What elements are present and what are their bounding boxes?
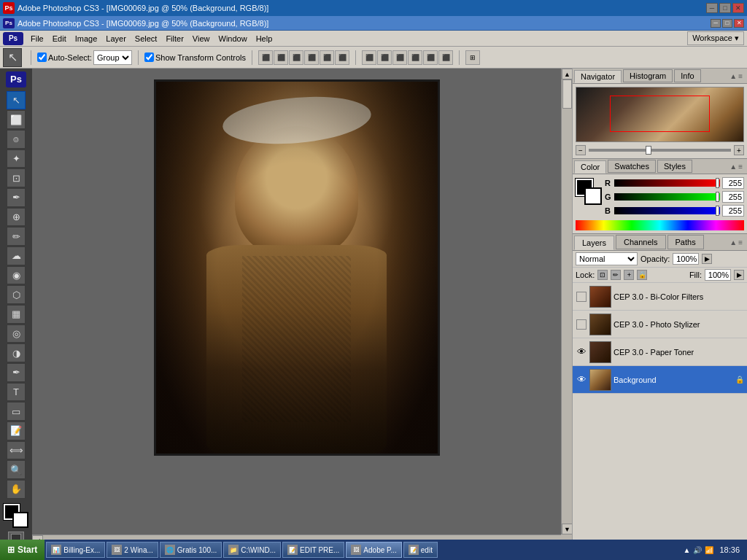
tool-clone[interactable]: ☁ bbox=[7, 246, 26, 265]
color-menu-btn[interactable]: ≡ bbox=[738, 163, 743, 171]
scroll-thumb-v[interactable] bbox=[562, 79, 572, 109]
align-bottom-btn[interactable]: ⬛ bbox=[335, 50, 349, 65]
r-slider-track[interactable] bbox=[614, 179, 720, 187]
color-spectrum-bar[interactable] bbox=[576, 220, 744, 230]
tab-paths[interactable]: Paths bbox=[667, 235, 704, 249]
doc-close[interactable]: ✕ bbox=[734, 19, 744, 28]
taskbar-item-2[interactable]: 🌐 Gratis 100... bbox=[160, 542, 222, 558]
navigator-menu-btn[interactable]: ≡ bbox=[738, 72, 743, 80]
menu-image[interactable]: Image bbox=[71, 33, 102, 44]
tool-dodge[interactable]: ◑ bbox=[7, 343, 26, 362]
tool-magic-wand[interactable]: ✦ bbox=[7, 149, 26, 168]
menu-filter[interactable]: Filter bbox=[161, 33, 187, 44]
layer-2-visibility-toggle[interactable] bbox=[576, 319, 587, 330]
layers-collapse-btn[interactable]: ▲ bbox=[729, 238, 737, 246]
lock-transparent-btn[interactable]: ⊡ bbox=[597, 270, 608, 280]
maximize-button[interactable]: □ bbox=[719, 3, 731, 13]
tool-notes[interactable]: 📝 bbox=[7, 421, 26, 440]
menu-layer[interactable]: Layer bbox=[101, 33, 131, 44]
blend-mode-select[interactable]: Normal Multiply Screen bbox=[576, 252, 638, 265]
tool-shape[interactable]: ▭ bbox=[7, 402, 26, 421]
distribute-center-v-btn[interactable]: ⬛ bbox=[423, 50, 438, 65]
tool-blur[interactable]: ◎ bbox=[7, 324, 26, 343]
lock-all-btn[interactable]: 🔒 bbox=[637, 270, 647, 280]
layer-row-4[interactable]: 👁 Background 🔒 bbox=[573, 366, 747, 394]
layers-menu-btn[interactable]: ≡ bbox=[738, 238, 743, 246]
tab-info[interactable]: Info bbox=[674, 69, 700, 82]
taskbar-item-3[interactable]: 📁 C:\WIND... bbox=[223, 542, 281, 558]
nav-zoom-slider[interactable] bbox=[589, 149, 731, 152]
tool-heal[interactable]: ⊕ bbox=[7, 208, 26, 227]
distribute-left-btn[interactable]: ⬛ bbox=[362, 50, 376, 65]
move-tool-btn[interactable]: ↖ bbox=[3, 48, 22, 67]
minimize-button[interactable]: ─ bbox=[706, 3, 718, 13]
tab-histogram[interactable]: Histogram bbox=[623, 69, 673, 82]
r-value-input[interactable] bbox=[722, 177, 744, 189]
auto-select-dropdown[interactable]: Group Layer bbox=[93, 50, 132, 65]
taskbar-item-5[interactable]: 🖼 Adobe P... bbox=[346, 542, 401, 558]
tool-eyedropper[interactable]: ✒ bbox=[7, 188, 26, 207]
menu-view[interactable]: View bbox=[188, 33, 214, 44]
tool-history[interactable]: ◉ bbox=[7, 266, 26, 285]
tool-eraser[interactable]: ⬡ bbox=[7, 285, 26, 304]
align-right-btn[interactable]: ⬛ bbox=[289, 50, 303, 65]
tab-color[interactable]: Color bbox=[574, 160, 606, 174]
tab-navigator[interactable]: Navigator bbox=[574, 70, 622, 83]
layer-row-3[interactable]: 👁 CEP 3.0 - Paper Toner bbox=[573, 338, 747, 366]
tool-gradient[interactable]: ▦ bbox=[7, 305, 26, 324]
menu-window[interactable]: Window bbox=[214, 33, 252, 44]
tool-hand[interactable]: ✋ bbox=[7, 480, 26, 499]
lock-image-btn[interactable]: ✏ bbox=[611, 270, 621, 280]
distribute-center-h-btn[interactable]: ⬛ bbox=[377, 50, 392, 65]
layer-3-visibility-toggle[interactable]: 👁 bbox=[576, 346, 587, 358]
tool-measure[interactable]: ⟺ bbox=[7, 441, 26, 460]
tool-lasso[interactable]: ⌾ bbox=[7, 130, 26, 149]
auto-select-checkbox[interactable] bbox=[37, 52, 47, 62]
workspace-button[interactable]: Workspace ▾ bbox=[687, 31, 744, 45]
layer-1-visibility-toggle[interactable] bbox=[576, 291, 587, 303]
show-transform-checkbox[interactable] bbox=[144, 52, 154, 62]
tool-pen[interactable]: ✒ bbox=[7, 363, 26, 382]
distribute-right-btn[interactable]: ⬛ bbox=[392, 50, 407, 65]
align-top-btn[interactable]: ⬛ bbox=[304, 50, 319, 65]
align-center-v-btn[interactable]: ⬛ bbox=[320, 50, 334, 65]
layer-row-1[interactable]: CEP 3.0 - Bi-Color Filters bbox=[573, 283, 747, 311]
start-button[interactable]: ⊞ Start bbox=[0, 540, 44, 560]
lock-position-btn[interactable]: + bbox=[624, 270, 634, 280]
tab-styles[interactable]: Styles bbox=[657, 160, 692, 173]
tab-swatches[interactable]: Swatches bbox=[608, 160, 656, 173]
opacity-input[interactable] bbox=[673, 253, 699, 265]
opacity-arrow-btn[interactable]: ▶ bbox=[702, 254, 712, 264]
b-value-input[interactable] bbox=[722, 205, 744, 217]
distribute-bottom-btn[interactable]: ⬛ bbox=[438, 50, 453, 65]
taskbar-item-1[interactable]: 🖼 2 Wina... bbox=[107, 542, 158, 558]
distribute-top-btn[interactable]: ⬛ bbox=[408, 50, 422, 65]
layer-4-visibility-toggle[interactable]: 👁 bbox=[576, 374, 587, 386]
taskbar-item-4[interactable]: 📝 EDIT PRE... bbox=[282, 542, 344, 558]
g-value-input[interactable] bbox=[722, 191, 744, 203]
canvas-scrollbar-vertical[interactable]: ▲ ▼ bbox=[561, 69, 572, 534]
align-left-btn[interactable]: ⬛ bbox=[258, 50, 273, 65]
background-color[interactable] bbox=[12, 512, 28, 528]
b-slider-track[interactable] bbox=[614, 207, 720, 214]
menu-edit[interactable]: Edit bbox=[48, 33, 71, 44]
doc-maximize[interactable]: □ bbox=[722, 19, 732, 28]
tool-crop[interactable]: ⊡ bbox=[7, 168, 26, 187]
taskbar-item-6[interactable]: 📝 edit bbox=[403, 542, 438, 558]
taskbar-item-0[interactable]: 📊 Billing-Ex... bbox=[46, 542, 105, 558]
doc-minimize[interactable]: ─ bbox=[711, 19, 721, 28]
menu-help[interactable]: Help bbox=[252, 33, 277, 44]
color-collapse-btn[interactable]: ▲ bbox=[729, 163, 737, 171]
scroll-up-btn[interactable]: ▲ bbox=[562, 69, 572, 79]
align-center-h-btn[interactable]: ⬛ bbox=[274, 50, 288, 65]
menu-file[interactable]: File bbox=[26, 33, 48, 44]
tab-layers[interactable]: Layers bbox=[574, 236, 614, 250]
layer-row-2[interactable]: CEP 3.0 - Photo Stylizer bbox=[573, 311, 747, 338]
background-swatch[interactable] bbox=[584, 187, 602, 205]
tool-move[interactable]: ↖ bbox=[7, 91, 26, 110]
fill-arrow-btn[interactable]: ▶ bbox=[734, 270, 744, 280]
tool-zoom[interactable]: 🔍 bbox=[7, 460, 26, 479]
nav-zoom-out-btn[interactable]: − bbox=[576, 145, 586, 155]
g-slider-track[interactable] bbox=[614, 193, 720, 201]
scroll-down-btn[interactable]: ▼ bbox=[562, 524, 572, 534]
